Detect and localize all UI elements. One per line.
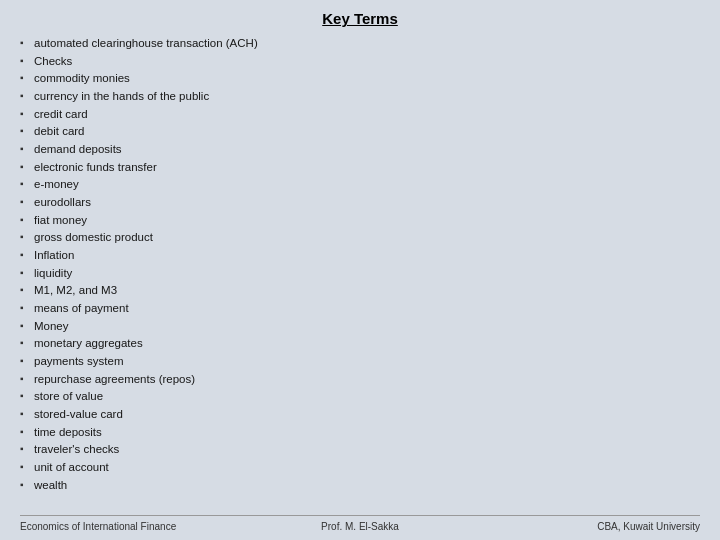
list-item: ▪unit of account	[20, 459, 700, 476]
bullet-icon: ▪	[20, 230, 34, 245]
term-text: means of payment	[34, 300, 129, 317]
list-item: ▪means of payment	[20, 300, 700, 317]
term-text: time deposits	[34, 424, 102, 441]
footer-left: Economics of International Finance	[20, 521, 247, 532]
bullet-icon: ▪	[20, 142, 34, 157]
bullet-icon: ▪	[20, 71, 34, 86]
term-text: debit card	[34, 123, 85, 140]
list-item: ▪payments system	[20, 353, 700, 370]
term-text: eurodollars	[34, 194, 91, 211]
list-item: ▪store of value	[20, 388, 700, 405]
term-text: traveler's checks	[34, 441, 119, 458]
list-item: ▪wealth	[20, 477, 700, 494]
bullet-icon: ▪	[20, 372, 34, 387]
bullet-icon: ▪	[20, 319, 34, 334]
bullet-icon: ▪	[20, 301, 34, 316]
term-text: Money	[34, 318, 69, 335]
bullet-icon: ▪	[20, 54, 34, 69]
list-item: ▪commodity monies	[20, 70, 700, 87]
bullet-icon: ▪	[20, 407, 34, 422]
term-text: fiat money	[34, 212, 87, 229]
term-text: e-money	[34, 176, 79, 193]
term-text: repurchase agreements (repos)	[34, 371, 195, 388]
list-item: ▪debit card	[20, 123, 700, 140]
term-text: automated clearinghouse transaction (ACH…	[34, 35, 258, 52]
bullet-icon: ▪	[20, 213, 34, 228]
term-text: monetary aggregates	[34, 335, 143, 352]
bullet-icon: ▪	[20, 478, 34, 493]
term-text: wealth	[34, 477, 67, 494]
bullet-icon: ▪	[20, 283, 34, 298]
list-item: ▪credit card	[20, 106, 700, 123]
list-item: ▪e-money	[20, 176, 700, 193]
list-item: ▪repurchase agreements (repos)	[20, 371, 700, 388]
list-item: ▪automated clearinghouse transaction (AC…	[20, 35, 700, 52]
list-item: ▪Money	[20, 318, 700, 335]
bullet-icon: ▪	[20, 89, 34, 104]
bullet-icon: ▪	[20, 460, 34, 475]
page-container: Key Terms ▪automated clearinghouse trans…	[0, 0, 720, 540]
term-text: electronic funds transfer	[34, 159, 157, 176]
bullet-icon: ▪	[20, 266, 34, 281]
term-text: demand deposits	[34, 141, 122, 158]
term-text: store of value	[34, 388, 103, 405]
term-text: Inflation	[34, 247, 74, 264]
list-item: ▪liquidity	[20, 265, 700, 282]
list-item: ▪stored-value card	[20, 406, 700, 423]
page-title: Key Terms	[20, 10, 700, 27]
footer-right: CBA, Kuwait University	[473, 521, 700, 532]
term-text: currency in the hands of the public	[34, 88, 209, 105]
term-text: Checks	[34, 53, 72, 70]
term-text: stored-value card	[34, 406, 123, 423]
term-text: liquidity	[34, 265, 72, 282]
list-item: ▪time deposits	[20, 424, 700, 441]
bullet-icon: ▪	[20, 354, 34, 369]
list-item: ▪eurodollars	[20, 194, 700, 211]
term-text: credit card	[34, 106, 88, 123]
bullet-icon: ▪	[20, 425, 34, 440]
list-item: ▪M1, M2, and M3	[20, 282, 700, 299]
list-item: ▪monetary aggregates	[20, 335, 700, 352]
term-text: M1, M2, and M3	[34, 282, 117, 299]
term-text: unit of account	[34, 459, 109, 476]
term-text: gross domestic product	[34, 229, 153, 246]
list-item: ▪demand deposits	[20, 141, 700, 158]
terms-list: ▪automated clearinghouse transaction (AC…	[20, 35, 700, 510]
list-item: ▪fiat money	[20, 212, 700, 229]
bullet-icon: ▪	[20, 36, 34, 51]
term-text: payments system	[34, 353, 123, 370]
list-item: ▪electronic funds transfer	[20, 159, 700, 176]
list-item: ▪gross domestic product	[20, 229, 700, 246]
term-text: commodity monies	[34, 70, 130, 87]
bullet-icon: ▪	[20, 177, 34, 192]
bullet-icon: ▪	[20, 442, 34, 457]
bullet-icon: ▪	[20, 107, 34, 122]
list-item: ▪Inflation	[20, 247, 700, 264]
bullet-icon: ▪	[20, 160, 34, 175]
bullet-icon: ▪	[20, 389, 34, 404]
footer-center: Prof. M. El-Sakka	[247, 521, 474, 532]
list-item: ▪Checks	[20, 53, 700, 70]
bullet-icon: ▪	[20, 248, 34, 263]
list-item: ▪traveler's checks	[20, 441, 700, 458]
bullet-icon: ▪	[20, 195, 34, 210]
bullet-icon: ▪	[20, 336, 34, 351]
footer: Economics of International Finance Prof.…	[20, 515, 700, 532]
list-item: ▪currency in the hands of the public	[20, 88, 700, 105]
bullet-icon: ▪	[20, 124, 34, 139]
